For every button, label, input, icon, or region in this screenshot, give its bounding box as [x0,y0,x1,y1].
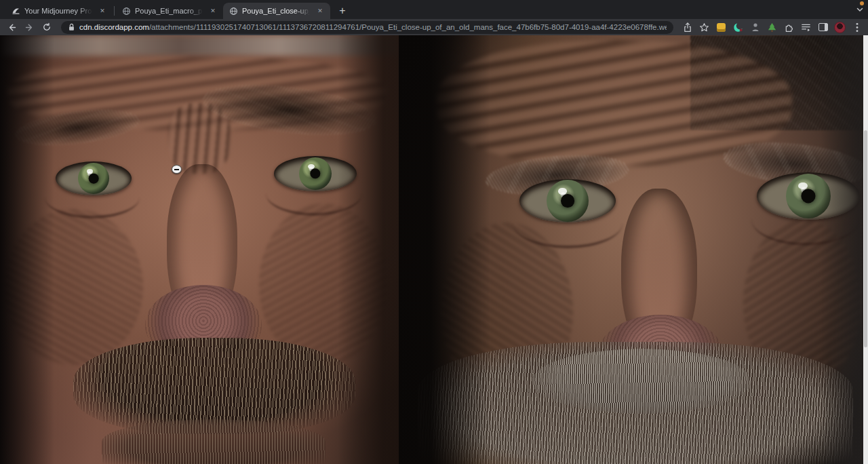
new-tab-button[interactable]: + [334,3,351,19]
tab-midjourney-profile[interactable]: Your Midjourney Profile ✕ [5,3,113,19]
scrollbar[interactable] [863,35,868,464]
tab-close-up-active[interactable]: Pouya_Eti_close-up_of_an_ol ✕ [223,3,330,19]
globe-icon [229,6,238,16]
left-portrait-shadow-left [0,35,54,464]
profile-avatar[interactable] [834,22,846,33]
playlist-extension-icon[interactable] [800,22,812,33]
bookmark-star-icon[interactable] [698,22,710,33]
scrollbar-thumb[interactable] [864,130,867,347]
catchlight [308,164,315,169]
tab-label: Pouya_Eti_macro_photo_of_a [135,7,204,15]
left-portrait-chin-stubble [102,419,326,464]
back-button[interactable] [5,21,18,33]
page-content [0,35,868,464]
tab-close-icon[interactable]: ✕ [315,6,325,16]
browser-window: Your Midjourney Profile ✕ Pouya_Eti_macr… [0,0,868,464]
tab-search-chevron-icon[interactable] [856,5,864,14]
address-bar[interactable]: cdn.discordapp.com/attachments/111193025… [61,21,673,34]
tab-label: Pouya_Eti_close-up_of_an_ol [242,7,311,15]
share-icon[interactable] [682,22,693,33]
right-portrait-image[interactable] [399,35,868,464]
toolbar: cdn.discordapp.com/attachments/111193025… [0,19,868,35]
yellow-extension-icon[interactable] [715,22,727,33]
three-dot-menu-icon[interactable] [851,22,863,33]
tab-close-icon[interactable]: ✕ [98,6,107,16]
tree-extension-icon[interactable] [766,22,778,33]
tab-separator [114,6,115,16]
tab-label: Your Midjourney Profile [24,7,94,15]
toolbar-actions [682,22,863,33]
midjourney-logo-icon [11,6,20,16]
catchlight [558,188,566,194]
tab-close-icon[interactable]: ✕ [208,6,218,16]
tab-strip: Your Midjourney Profile ✕ Pouya_Eti_macr… [0,0,868,19]
catchlight [798,182,807,189]
extensions-puzzle-icon[interactable] [783,22,795,33]
lock-icon [68,23,75,31]
forward-button[interactable] [23,21,35,33]
notification-dot [860,1,864,5]
zoom-out-cursor-icon [172,165,182,174]
url-host: cdn.discordapp.com [79,23,149,31]
reload-button[interactable] [41,21,53,33]
right-portrait-mustache [532,349,751,414]
globe-icon [121,6,131,16]
tab-macro-photo[interactable]: Pouya_Eti_macro_photo_of_a ✕ [116,3,223,19]
left-portrait-shadow-right [338,35,399,464]
url-text: cdn.discordapp.com/attachments/111193025… [79,23,667,31]
url-path: /attachments/1111930251740713061/1113736… [149,23,667,31]
right-portrait-shadow-right [821,35,868,464]
gray-extension-icon[interactable] [749,22,761,33]
right-portrait-shadow-left [399,35,490,464]
side-panel-icon[interactable] [817,22,829,33]
dark-reader-moon-icon[interactable] [732,22,744,33]
left-portrait-image[interactable] [0,35,399,464]
